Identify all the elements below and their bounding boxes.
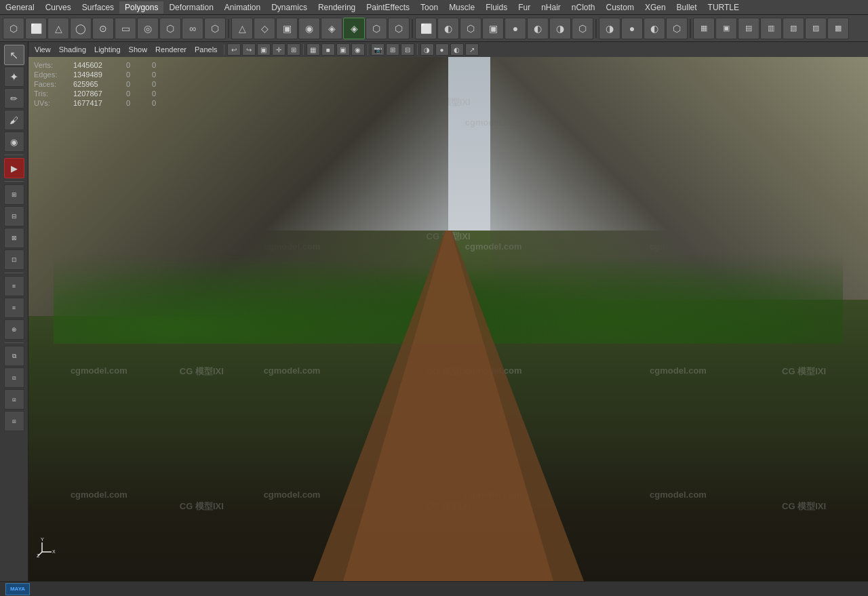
toolbar-icon-grid2[interactable]: ▣ <box>715 18 737 39</box>
toolbar-icon-extra3[interactable]: ◈ <box>321 18 342 39</box>
toolbar-icon-pipe[interactable]: ⬡ <box>159 18 181 39</box>
vp-menu-show[interactable]: Show <box>125 45 151 54</box>
toolbar-icon-grid5[interactable]: ▧ <box>783 18 804 39</box>
toolbar-icon-plane[interactable]: ▭ <box>115 18 136 39</box>
vp-icon-iso2[interactable]: ● <box>435 43 449 56</box>
toolbar-icon-shade1[interactable]: ◑ <box>599 18 620 39</box>
vp-icon-wire[interactable]: ▦ <box>307 43 320 56</box>
menu-animation[interactable]: Animation <box>219 1 266 14</box>
toolbar-icon-extra1[interactable]: ▣ <box>276 18 298 39</box>
sidebar-render4[interactable]: ⧆ <box>4 411 24 431</box>
toolbar-icon-geo2[interactable]: ◐ <box>437 18 459 39</box>
sidebar-brush-tool[interactable]: 🖌 <box>4 110 24 130</box>
toolbar-icon-prism[interactable]: △ <box>231 18 253 39</box>
vp-menu-shading[interactable]: Shading <box>56 45 90 54</box>
toolbar-icon-wire[interactable]: ⬡ <box>666 18 688 39</box>
sidebar-paint-tool[interactable]: ✏ <box>4 88 24 108</box>
toolbar-sep-3 <box>595 19 597 38</box>
vp-icon-solid[interactable]: ■ <box>321 43 335 56</box>
sidebar-snap2[interactable]: ⊟ <box>4 206 24 226</box>
toolbar-icon-geo7[interactable]: ◑ <box>549 18 571 39</box>
toolbar-icon-sphere[interactable]: ◯ <box>70 18 92 39</box>
toolbar-icon-active1[interactable]: ◈ <box>343 18 365 39</box>
menu-painteffects[interactable]: PaintEffects <box>361 1 415 14</box>
menu-dynamics[interactable]: Dynamics <box>266 1 313 14</box>
toolbar-icon-extra2[interactable]: ◉ <box>298 18 320 39</box>
vp-icon-arrow[interactable]: ↗ <box>465 43 479 56</box>
menu-polygons[interactable]: Polygons <box>119 1 163 14</box>
sidebar-move-tool[interactable]: ✦ <box>4 66 24 87</box>
toolbar-icon-geo1[interactable]: ⬜ <box>415 18 437 39</box>
toolbar-icon-disc[interactable]: ◎ <box>137 18 159 39</box>
menu-custom[interactable]: Custom <box>601 1 639 14</box>
toolbar-icon-shade2[interactable]: ● <box>621 18 643 39</box>
menu-curves[interactable]: Curves <box>40 1 77 14</box>
toolbar-icon-grid6[interactable]: ▨ <box>805 18 827 39</box>
toolbar-icon-helix[interactable]: ∞ <box>182 18 203 39</box>
main-viewport[interactable]: View Shading Lighting Show Renderer Pane… <box>28 42 868 581</box>
svg-text:Z: Z <box>37 553 40 557</box>
menu-nhair[interactable]: nHair <box>536 1 566 14</box>
sidebar-layer3[interactable]: ⊕ <box>4 319 24 340</box>
sidebar-snap3[interactable]: ⊠ <box>4 228 24 248</box>
toolbar-icon-cube[interactable]: ⬡ <box>3 18 24 39</box>
sidebar-render3[interactable]: ⧇ <box>4 389 24 410</box>
sidebar-render2[interactable]: ⧈ <box>4 367 24 388</box>
sidebar-layer1[interactable]: ≡ <box>4 276 24 296</box>
sidebar-snap1[interactable]: ⊞ <box>4 184 24 205</box>
toolbar-icon-extra5[interactable]: ⬡ <box>388 18 410 39</box>
toolbar-icon-pyramid[interactable]: ◇ <box>254 18 275 39</box>
vp-icon-select[interactable]: ▣ <box>257 43 271 56</box>
vp-menu-panels[interactable]: Panels <box>191 45 221 54</box>
sidebar-select-tool[interactable]: ↖ <box>4 45 24 65</box>
toolbar-icon-grid7[interactable]: ▩ <box>827 18 849 39</box>
menu-xgen[interactable]: XGen <box>639 1 671 14</box>
toolbar-icon-geo3[interactable]: ⬡ <box>460 18 481 39</box>
menu-deformation[interactable]: Deformation <box>163 1 218 14</box>
sidebar-snap4[interactable]: ⊡ <box>4 250 24 270</box>
menu-ncloth[interactable]: nCloth <box>566 1 601 14</box>
sidebar-layer2[interactable]: ≡ <box>4 298 24 318</box>
menu-general[interactable]: General <box>0 1 40 14</box>
vp-menu-lighting[interactable]: Lighting <box>91 45 124 54</box>
toolbar-icon-geo6[interactable]: ◐ <box>527 18 549 39</box>
toolbar-icon-grid4[interactable]: ▥ <box>760 18 782 39</box>
vp-menu-view[interactable]: View <box>31 45 54 54</box>
sidebar-circle-tool[interactable]: ◉ <box>4 132 24 152</box>
toolbar-icon-extra4[interactable]: ⬡ <box>366 18 387 39</box>
toolbar-icon-grid1[interactable]: ▦ <box>693 18 715 39</box>
menu-surfaces[interactable]: Surfaces <box>77 1 119 14</box>
menu-bullet[interactable]: Bullet <box>671 1 703 14</box>
menu-fur[interactable]: Fur <box>513 1 536 14</box>
menu-muscle[interactable]: Muscle <box>443 1 480 14</box>
toolbar-icon-geo4[interactable]: ▣ <box>482 18 504 39</box>
sidebar-render1[interactable]: ⧉ <box>4 346 24 366</box>
menu-rendering[interactable]: Rendering <box>313 1 361 14</box>
menu-turtle[interactable]: TURTLE <box>703 1 745 14</box>
vp-icon-cam2[interactable]: ⊞ <box>386 43 399 56</box>
sidebar-red-tool[interactable]: ▶ <box>4 158 24 178</box>
toolbar-icon-grid3[interactable]: ▤ <box>738 18 760 39</box>
vp-icon-snap[interactable]: ⊞ <box>287 43 300 56</box>
vp-icon-move[interactable]: ✛ <box>272 43 285 56</box>
vp-icon-iso3[interactable]: ◐ <box>450 43 464 56</box>
menu-toon[interactable]: Toon <box>415 1 443 14</box>
toolbar-icon-cone[interactable]: △ <box>47 18 69 39</box>
vp-menu-renderer[interactable]: Renderer <box>152 45 190 54</box>
vp-icon-undo[interactable]: ↩ <box>227 43 241 56</box>
toolbar-icon-geo8[interactable]: ⬡ <box>572 18 593 39</box>
maya-logo: MAYA <box>5 583 30 595</box>
menu-fluids[interactable]: Fluids <box>480 1 513 14</box>
vp-icon-iso1[interactable]: ◑ <box>420 43 434 56</box>
toolbar-icon-soccer[interactable]: ⬡ <box>204 18 226 39</box>
vp-icon-cam3[interactable]: ⊟ <box>401 43 414 56</box>
vp-icon-light[interactable]: ◉ <box>351 43 365 56</box>
toolbar-icon-box[interactable]: ⬜ <box>25 18 47 39</box>
toolbar-icon-torus[interactable]: ⊙ <box>92 18 114 39</box>
toolbar-sep-4 <box>690 19 691 38</box>
toolbar-icon-geo5[interactable]: ● <box>505 18 526 39</box>
vp-icon-redo[interactable]: ↪ <box>242 43 256 56</box>
vp-icon-tex[interactable]: ▣ <box>336 43 350 56</box>
toolbar-icon-shade3[interactable]: ◐ <box>644 18 665 39</box>
vp-icon-cam1[interactable]: 📷 <box>371 43 384 56</box>
